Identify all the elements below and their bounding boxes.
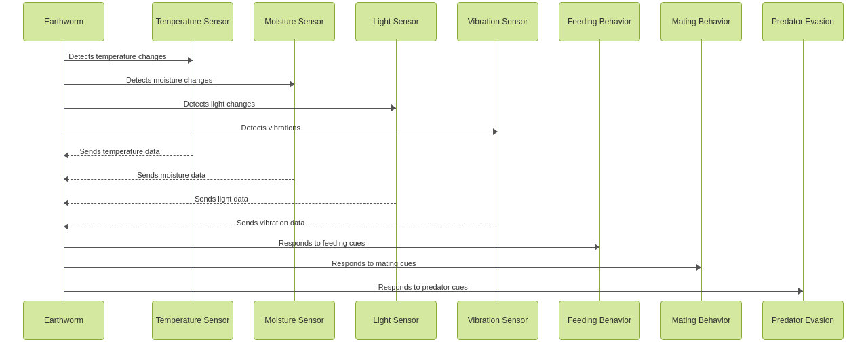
- arrowhead-1: [290, 81, 294, 88]
- sequence-diagram: EarthwormTemperature SensorMoisture Sens…: [0, 0, 868, 342]
- message-row-8: Responds to feeding cues: [64, 240, 599, 254]
- lifeline-box-bottom-mating-behavior: Mating Behavior: [660, 301, 742, 340]
- arrow-label-3: Detects vibrations: [241, 124, 300, 132]
- arrowhead-3: [493, 128, 498, 135]
- message-row-0: Detects temperature changes: [64, 54, 193, 67]
- arrow-line-7: [64, 227, 498, 227]
- lifeline-box-bottom-moisture-sensor: Moisture Sensor: [254, 301, 335, 340]
- arrow-line-10: [64, 291, 803, 292]
- lifeline-box-bottom-light-sensor: Light Sensor: [355, 301, 437, 340]
- message-row-4: Sends temperature data: [64, 149, 193, 162]
- arrowhead-9: [696, 264, 701, 271]
- lifeline-box-top-vibration-sensor: Vibration Sensor: [457, 2, 538, 41]
- arrow-label-10: Responds to predator cues: [378, 283, 468, 291]
- arrowhead-6: [64, 200, 68, 206]
- arrow-line-6: [64, 203, 396, 204]
- message-row-3: Detects vibrations: [64, 125, 498, 138]
- arrow-label-6: Sends light data: [195, 195, 248, 203]
- lifeline-box-bottom-temp-sensor: Temperature Sensor: [152, 301, 233, 340]
- arrowhead-8: [595, 244, 599, 250]
- arrow-label-1: Detects moisture changes: [126, 76, 212, 84]
- arrow-line-2: [64, 108, 396, 109]
- arrow-line-5: [64, 179, 294, 180]
- message-row-9: Responds to mating cues: [64, 261, 701, 274]
- lifeline-box-bottom-predator-evasion: Predator Evasion: [762, 301, 844, 340]
- message-row-10: Responds to predator cues: [64, 284, 803, 298]
- arrowhead-2: [391, 104, 396, 111]
- message-row-5: Sends moisture data: [64, 172, 294, 186]
- message-row-1: Detects moisture changes: [64, 77, 294, 91]
- arrowhead-10: [798, 288, 803, 294]
- lifeline-box-bottom-feeding-behavior: Feeding Behavior: [559, 301, 640, 340]
- arrow-line-4: [64, 155, 193, 156]
- arrow-label-2: Detects light changes: [184, 100, 255, 108]
- arrow-line-0: [64, 60, 193, 61]
- message-row-7: Sends vibration data: [64, 220, 498, 233]
- lifeline-box-bottom-vibration-sensor: Vibration Sensor: [457, 301, 538, 340]
- arrow-label-0: Detects temperature changes: [68, 52, 166, 60]
- lifeline-line-mating-behavior: [701, 39, 702, 303]
- lifeline-line-predator-evasion: [803, 39, 804, 303]
- message-row-6: Sends light data: [64, 196, 396, 210]
- lifeline-box-top-moisture-sensor: Moisture Sensor: [254, 2, 335, 41]
- arrow-line-8: [64, 247, 599, 248]
- arrowhead-5: [64, 176, 68, 183]
- arrow-line-9: [64, 267, 701, 268]
- arrow-label-9: Responds to mating cues: [332, 259, 416, 267]
- lifeline-box-top-feeding-behavior: Feeding Behavior: [559, 2, 640, 41]
- arrowhead-0: [188, 57, 193, 64]
- arrow-line-1: [64, 84, 294, 85]
- arrowhead-4: [64, 152, 68, 159]
- lifeline-box-top-temp-sensor: Temperature Sensor: [152, 2, 233, 41]
- arrow-label-5: Sends moisture data: [137, 171, 205, 179]
- lifeline-box-top-mating-behavior: Mating Behavior: [660, 2, 742, 41]
- lifeline-box-bottom-earthworm: Earthworm: [23, 301, 104, 340]
- lifeline-box-top-light-sensor: Light Sensor: [355, 2, 437, 41]
- lifeline-box-top-earthworm: Earthworm: [23, 2, 104, 41]
- arrow-line-3: [64, 132, 498, 132]
- arrowhead-7: [64, 223, 68, 230]
- lifeline-box-top-predator-evasion: Predator Evasion: [762, 2, 844, 41]
- arrow-label-7: Sends vibration data: [237, 218, 304, 227]
- message-row-2: Detects light changes: [64, 101, 396, 115]
- arrow-label-4: Sends temperature data: [80, 147, 160, 155]
- arrow-label-8: Responds to feeding cues: [279, 239, 365, 247]
